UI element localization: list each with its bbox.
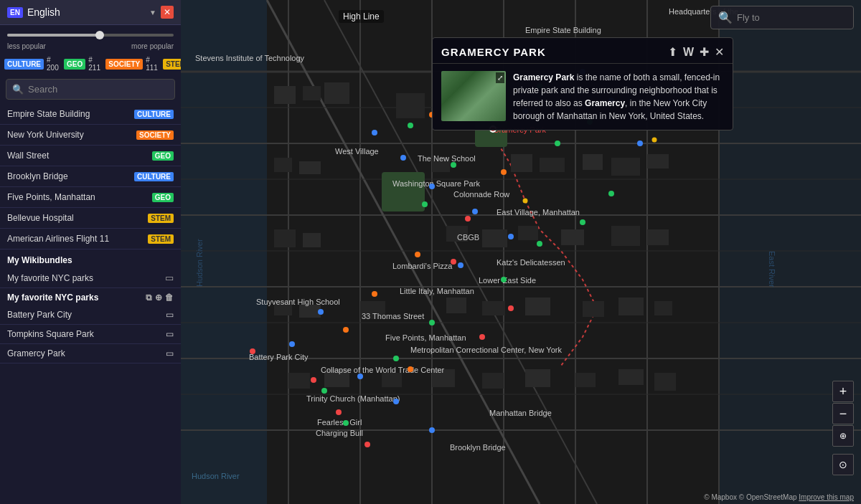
item-tag: GEO bbox=[152, 151, 174, 161]
more-popular-label: more popular bbox=[131, 42, 174, 50]
close-sidebar-button[interactable]: ✕ bbox=[161, 6, 174, 19]
list-items: Empire State Building CULTURE New York U… bbox=[0, 104, 181, 504]
map-dot-blue[interactable] bbox=[458, 262, 464, 268]
sub-bundle-item[interactable]: Battery Park City ▭ bbox=[0, 305, 181, 325]
map-dot-orange[interactable] bbox=[343, 327, 349, 333]
svg-rect-26 bbox=[324, 82, 349, 104]
map-dot-red[interactable] bbox=[250, 348, 255, 354]
bundle-item[interactable]: My favorite NYC parks ▭ bbox=[0, 268, 181, 288]
item-name: Brooklyn Bridge bbox=[7, 171, 134, 181]
sub-bundle-collapse[interactable]: ▭ bbox=[166, 329, 174, 339]
list-item[interactable]: Bellevue Hospital STEM bbox=[0, 208, 181, 229]
map-dot-orange[interactable] bbox=[415, 252, 420, 257]
category-stem[interactable]: STEM bbox=[163, 59, 181, 70]
category-society[interactable]: SOCIETY bbox=[105, 59, 143, 70]
map-dot-blue[interactable] bbox=[472, 209, 478, 214]
map-dot-green[interactable] bbox=[422, 201, 428, 207]
popup-image[interactable]: ⤢ bbox=[441, 71, 506, 121]
delete-icon[interactable]: 🗑 bbox=[165, 293, 174, 303]
map-dot-orange[interactable] bbox=[408, 366, 413, 372]
svg-rect-60 bbox=[324, 369, 349, 387]
lang-dropdown-arrow[interactable]: ▼ bbox=[149, 9, 156, 16]
sub-bundle-title: My favorite NYC parks bbox=[7, 293, 98, 303]
map-dot-blue[interactable] bbox=[357, 374, 363, 379]
map-dot-blue[interactable] bbox=[637, 141, 643, 146]
improve-map-link[interactable]: Improve this map bbox=[799, 493, 854, 501]
share-icon[interactable]: ⬆ bbox=[668, 45, 677, 59]
search-input[interactable] bbox=[28, 84, 169, 95]
map-dot-orange[interactable] bbox=[501, 169, 507, 175]
map-area[interactable]: Hudson River East River High Line Empire… bbox=[181, 0, 861, 504]
map-dot-red[interactable] bbox=[451, 259, 456, 265]
map-dot-green[interactable] bbox=[451, 162, 456, 168]
popup-body: ⤢ Gramercy Park is the name of both a sm… bbox=[433, 64, 733, 130]
map-dot-red[interactable] bbox=[336, 409, 342, 415]
map-dot-blue[interactable] bbox=[393, 399, 399, 404]
popularity-track[interactable] bbox=[7, 34, 174, 37]
sub-bundle-header: My favorite NYC parks ⧉ ⊕ 🗑 bbox=[0, 288, 181, 305]
zoom-controls: + − ⊕ bbox=[832, 381, 854, 447]
map-dot-green[interactable] bbox=[555, 141, 560, 146]
map-dot-green[interactable] bbox=[608, 191, 614, 196]
map-dot-green[interactable] bbox=[321, 388, 327, 394]
svg-text:East River: East River bbox=[768, 251, 776, 287]
map-dot-red[interactable] bbox=[479, 334, 485, 340]
map-dot-green[interactable] bbox=[580, 219, 585, 225]
sub-bundle-name: Tompkins Square Park bbox=[7, 329, 94, 339]
map-dot-green[interactable] bbox=[343, 420, 349, 426]
map-dot-green[interactable] bbox=[429, 320, 435, 325]
popup-actions: ⬆ W ✚ ✕ bbox=[668, 45, 724, 59]
sub-bundle-collapse[interactable]: ▭ bbox=[166, 348, 174, 358]
wikipedia-icon[interactable]: W bbox=[683, 46, 694, 59]
slider-thumb[interactable] bbox=[95, 31, 104, 39]
map-dot-green[interactable] bbox=[501, 277, 507, 282]
list-item[interactable]: Brooklyn Bridge CULTURE bbox=[0, 166, 181, 187]
locate-me-button[interactable]: ⊙ bbox=[832, 454, 854, 475]
sub-bundle-collapse[interactable]: ▭ bbox=[166, 310, 174, 320]
map-dot-orange[interactable] bbox=[372, 291, 377, 297]
svg-rect-63 bbox=[482, 373, 504, 389]
list-item[interactable]: Wall Street GEO bbox=[0, 146, 181, 166]
list-item[interactable]: American Airlines Flight 11 STEM bbox=[0, 229, 181, 249]
sub-bundle-item[interactable]: Gramercy Park ▭ bbox=[0, 344, 181, 363]
map-dot-blue[interactable] bbox=[372, 130, 377, 135]
map-dot-red[interactable] bbox=[311, 377, 316, 383]
map-dot-blue[interactable] bbox=[400, 155, 406, 161]
sub-bundle-item[interactable]: Tompkins Square Park ▭ bbox=[0, 325, 181, 344]
svg-text:Hudson River: Hudson River bbox=[195, 239, 204, 287]
map-dot-green[interactable] bbox=[393, 356, 399, 361]
zoom-in-button[interactable]: + bbox=[832, 381, 854, 402]
fly-to-input[interactable] bbox=[737, 12, 857, 23]
zoom-out-button[interactable]: − bbox=[832, 403, 854, 424]
list-item[interactable]: Five Points, Manhattan GEO bbox=[0, 187, 181, 208]
list-item[interactable]: New York University SOCIETY bbox=[0, 125, 181, 146]
bundle-collapse-icon[interactable]: ▭ bbox=[165, 272, 174, 283]
map-dot-green[interactable] bbox=[537, 241, 542, 247]
compass-button[interactable]: ⊕ bbox=[832, 425, 854, 447]
map-dot-blue[interactable] bbox=[429, 184, 435, 189]
lang-icon: EN bbox=[7, 7, 23, 18]
map-dot-green[interactable] bbox=[408, 123, 413, 128]
item-tag: CULTURE bbox=[134, 110, 174, 119]
map-dot-blue[interactable] bbox=[318, 309, 324, 315]
list-item[interactable]: Empire State Building CULTURE bbox=[0, 104, 181, 125]
map-dot-yellow[interactable] bbox=[523, 199, 528, 204]
map-dot-red[interactable] bbox=[508, 305, 514, 311]
map-dot-blue[interactable] bbox=[508, 234, 514, 239]
popularity-labels: less popular more popular bbox=[7, 42, 174, 50]
svg-rect-37 bbox=[511, 154, 532, 172]
add-icon[interactable]: ⊕ bbox=[155, 293, 162, 303]
category-geo[interactable]: GEO bbox=[64, 59, 85, 70]
copy-icon[interactable]: ⧉ bbox=[146, 293, 152, 303]
svg-rect-54 bbox=[482, 301, 505, 315]
popup-close-button[interactable]: ✕ bbox=[715, 45, 724, 59]
category-culture[interactable]: CULTURE bbox=[4, 59, 44, 70]
map-dot-red[interactable] bbox=[465, 216, 471, 222]
expand-image-icon[interactable]: ⤢ bbox=[496, 72, 504, 83]
map-dot-blue[interactable] bbox=[289, 341, 295, 347]
add-popup-icon[interactable]: ✚ bbox=[700, 45, 709, 59]
svg-rect-22 bbox=[382, 172, 425, 211]
map-dot-blue[interactable] bbox=[429, 427, 435, 433]
map-dot-yellow[interactable] bbox=[652, 138, 657, 143]
map-dot-red[interactable] bbox=[364, 442, 370, 447]
